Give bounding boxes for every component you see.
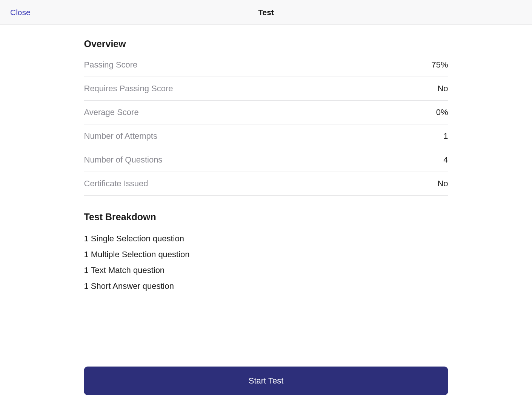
overview-heading: Overview: [84, 38, 448, 49]
row-label: Certificate Issued: [84, 179, 148, 189]
breakdown-heading: Test Breakdown: [84, 212, 448, 222]
row-value: 4: [443, 155, 448, 165]
row-label: Number of Questions: [84, 155, 163, 165]
overview-row-average-score: Average Score 0%: [84, 101, 448, 124]
overview-row-attempts: Number of Attempts 1: [84, 124, 448, 148]
breakdown-item: 1 Text Match question: [84, 262, 448, 278]
breakdown-item: 1 Short Answer question: [84, 278, 448, 294]
breakdown-item: 1 Single Selection question: [84, 231, 448, 247]
page-title: Test: [258, 8, 274, 17]
row-label: Number of Attempts: [84, 131, 157, 141]
overview-row-passing-score: Passing Score 75%: [84, 60, 448, 77]
overview-row-requires-passing: Requires Passing Score No: [84, 77, 448, 101]
content-area: Overview Passing Score 75% Requires Pass…: [84, 25, 448, 294]
row-label: Average Score: [84, 107, 139, 117]
breakdown-section: Test Breakdown 1 Single Selection questi…: [84, 212, 448, 294]
start-test-button[interactable]: Start Test: [84, 367, 448, 395]
footer-area: Start Test: [84, 367, 448, 395]
overview-row-certificate: Certificate Issued No: [84, 172, 448, 196]
row-value: 75%: [431, 60, 448, 70]
row-value: No: [437, 84, 448, 94]
row-value: No: [437, 179, 448, 189]
row-label: Requires Passing Score: [84, 84, 173, 94]
close-button[interactable]: Close: [10, 8, 31, 17]
row-value: 0%: [436, 107, 448, 117]
breakdown-item: 1 Multiple Selection question: [84, 247, 448, 262]
row-label: Passing Score: [84, 60, 138, 70]
overview-row-questions: Number of Questions 4: [84, 148, 448, 172]
modal-header: Close Test: [0, 0, 532, 25]
row-value: 1: [443, 131, 448, 141]
